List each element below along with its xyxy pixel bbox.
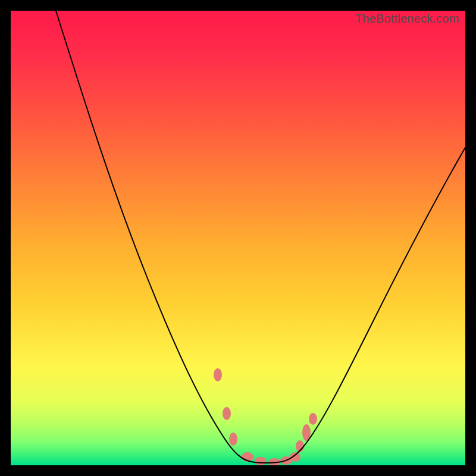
trough-markers	[214, 368, 317, 465]
svg-point-1	[223, 407, 231, 420]
svg-point-7	[290, 452, 300, 462]
plot-area: TheBottleneck.com	[11, 11, 465, 465]
curve-layer	[11, 11, 465, 465]
outer-frame: TheBottleneck.com	[0, 0, 476, 476]
bottleneck-curve	[56, 11, 465, 463]
svg-point-4	[255, 457, 267, 465]
svg-point-0	[214, 368, 222, 381]
svg-point-10	[309, 413, 317, 425]
svg-point-2	[229, 433, 237, 446]
